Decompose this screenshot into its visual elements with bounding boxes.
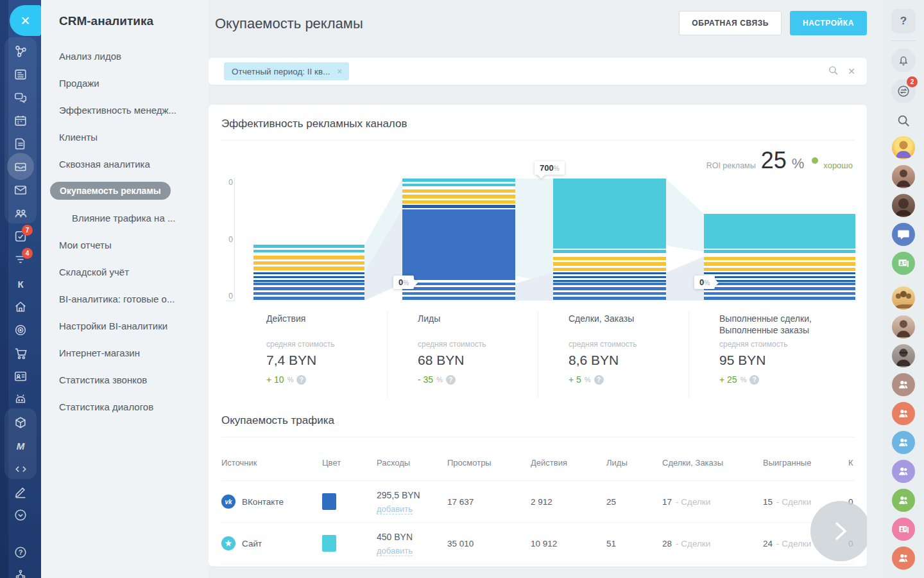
group-avatar-orange[interactable] xyxy=(892,402,915,425)
sidebar-item-warehouse[interactable]: Складской учёт xyxy=(41,258,209,285)
scroll-right-button[interactable] xyxy=(810,501,867,561)
source-cell: ★Сайт xyxy=(221,536,262,550)
sidebar-item-manager-efficiency[interactable]: Эффективность менедж... xyxy=(41,96,209,123)
kopilot-item[interactable]: К xyxy=(13,276,28,292)
add-expenses-link[interactable]: добавить xyxy=(377,504,413,514)
sidebar-item-sales[interactable]: Продажи xyxy=(41,69,209,96)
groups-icon[interactable] xyxy=(13,206,28,221)
search-icon[interactable] xyxy=(828,65,839,78)
feed-icon[interactable] xyxy=(13,67,28,82)
sidebar-item-dialog-stats[interactable]: Статистика диалогов xyxy=(41,393,209,420)
group-avatar-orange-2[interactable] xyxy=(892,547,915,570)
funnel-bar-leads[interactable] xyxy=(402,179,515,301)
avatar-family[interactable] xyxy=(892,286,915,310)
chat-people-icon xyxy=(896,227,911,241)
people-icon xyxy=(897,436,910,449)
funnel-section-title: Эффективность рекламных каналов xyxy=(209,105,867,130)
y-axis xyxy=(234,178,235,301)
calendar-icon[interactable] xyxy=(13,113,28,128)
funnel-bar-won[interactable] xyxy=(704,214,855,301)
messenger-icon[interactable] xyxy=(13,90,28,105)
contacts-avatar-pink[interactable] xyxy=(892,518,915,541)
search-button[interactable] xyxy=(896,114,911,130)
sidebar-item-end-to-end[interactable]: Сквозная аналитика xyxy=(41,150,209,177)
sidebar-item-bi-ready[interactable]: BI-аналитика: готовые о... xyxy=(41,285,209,312)
sidebar-item-clients[interactable]: Клиенты xyxy=(41,123,209,150)
sidebar-item-bi-settings[interactable]: Настройки BI-аналитики xyxy=(41,312,209,339)
hint-icon[interactable]: ? xyxy=(594,375,604,385)
stage-deals: Сделки, Заказы средняя стоимость 8,6 BYN… xyxy=(538,310,689,398)
group-chat-button[interactable] xyxy=(892,223,915,246)
hint-icon[interactable]: ? xyxy=(446,375,456,385)
hint-icon[interactable]: ? xyxy=(749,375,759,385)
roi-status-dot xyxy=(812,157,818,164)
sidebar-item-traffic-influence[interactable]: Влияние трафика на ... xyxy=(41,204,209,231)
cube-icon[interactable] xyxy=(13,415,28,430)
tooltip-0-right: 0% xyxy=(694,276,715,289)
roi-indicator: ROI рекламы 25 % хорошо xyxy=(706,147,853,174)
help-circle-icon[interactable]: ? xyxy=(13,545,28,560)
m-logo-icon[interactable]: M xyxy=(13,438,28,453)
sites-home-icon[interactable] xyxy=(13,299,28,315)
color-swatch xyxy=(322,535,336,552)
filter-bar[interactable]: Отчетный период: II кв... ✕ ✕ xyxy=(209,58,867,85)
sidebar-item-lead-analysis[interactable]: Анализ лидов xyxy=(41,42,209,69)
roi-status: хорошо xyxy=(823,161,853,170)
contact-card-icon[interactable] xyxy=(13,369,28,384)
tasks-badge: 7 xyxy=(22,225,33,236)
tooltip-700: 700% xyxy=(535,161,565,175)
add-expenses-link[interactable]: добавить xyxy=(377,546,413,556)
settings-button[interactable]: НАСТРОЙКА xyxy=(790,11,867,35)
org-structure-icon[interactable] xyxy=(13,566,28,578)
contacts-card-button[interactable] xyxy=(892,252,915,275)
bell-icon xyxy=(897,54,910,67)
shop-cart-icon[interactable] xyxy=(13,346,28,361)
chevron-down-circle-icon[interactable] xyxy=(13,507,28,523)
messenger-button[interactable]: 2 xyxy=(891,79,916,103)
hint-icon[interactable]: ? xyxy=(296,375,306,385)
roi-unit: % xyxy=(792,155,805,172)
sign-pen-icon[interactable] xyxy=(13,484,28,500)
crm-badge: 4 xyxy=(22,248,33,259)
page-header: Окупаемость рекламы ОБРАТНАЯ СВЯЗЬ НАСТР… xyxy=(209,0,867,45)
collapse-menu-button[interactable]: ✕ xyxy=(10,5,41,36)
help-button[interactable]: ? xyxy=(891,9,916,33)
sidebar-item-my-reports[interactable]: Мои отчеты xyxy=(41,231,209,258)
robot-icon[interactable] xyxy=(13,392,28,407)
funnel-bar-actions[interactable] xyxy=(253,245,364,301)
dashboard-card: Эффективность рекламных каналов ROI рекл… xyxy=(209,105,867,566)
avatar-user-5[interactable] xyxy=(892,344,915,367)
chip-close-icon[interactable]: ✕ xyxy=(336,67,342,76)
network-icon[interactable] xyxy=(13,44,28,59)
notifications-button[interactable] xyxy=(891,48,916,73)
group-avatar-purple[interactable] xyxy=(892,460,915,483)
group-avatar-green[interactable] xyxy=(892,489,915,512)
filter-icons: ✕ xyxy=(828,58,855,85)
sidebar-item-online-store[interactable]: Интернет-магазин xyxy=(41,339,209,366)
sidebar-item-call-stats[interactable]: Статистика звонков xyxy=(41,366,209,393)
report-period-chip[interactable]: Отчетный период: II кв... ✕ xyxy=(224,62,349,80)
funnel-bar-deals[interactable] xyxy=(553,179,666,301)
sidebar-item-ad-payback-selected[interactable]: Окупаемость рекламы xyxy=(41,177,209,204)
feedback-button[interactable]: ОБРАТНАЯ СВЯЗЬ xyxy=(679,11,782,35)
group-avatar-brown[interactable] xyxy=(892,373,915,396)
group-avatar-blue[interactable] xyxy=(892,431,915,454)
header-buttons: ОБРАТНАЯ СВЯЗЬ НАСТРОЙКА xyxy=(679,11,867,35)
table-header: Источник Цвет Расходы Просмотры Действия… xyxy=(221,437,854,481)
clear-filter-icon[interactable]: ✕ xyxy=(848,66,855,76)
documents-icon[interactable] xyxy=(13,136,28,152)
mail-icon[interactable] xyxy=(13,182,28,198)
marketing-target-icon[interactable] xyxy=(13,322,28,338)
avatar-user-1[interactable] xyxy=(892,136,915,159)
funnel-chart: ROI рекламы 25 % хорошо 0 0 0 xyxy=(209,141,867,301)
crm-drawer-icon[interactable] xyxy=(13,159,28,175)
avatar-user-3[interactable] xyxy=(892,194,915,217)
avatar-user-4[interactable] xyxy=(892,315,915,338)
code-icon[interactable] xyxy=(13,461,28,477)
table-row-site: ★Сайт 450 BYNдобавить 35 010 10 912 51 2… xyxy=(221,523,854,565)
people-icon xyxy=(897,552,910,565)
avatar-user-2[interactable] xyxy=(892,165,915,188)
y-tick-bottom: 0 xyxy=(218,292,233,301)
main-content: Окупаемость рекламы ОБРАТНАЯ СВЯЗЬ НАСТР… xyxy=(209,0,867,578)
left-rail: ✕ 7 4 К M xyxy=(0,0,41,578)
